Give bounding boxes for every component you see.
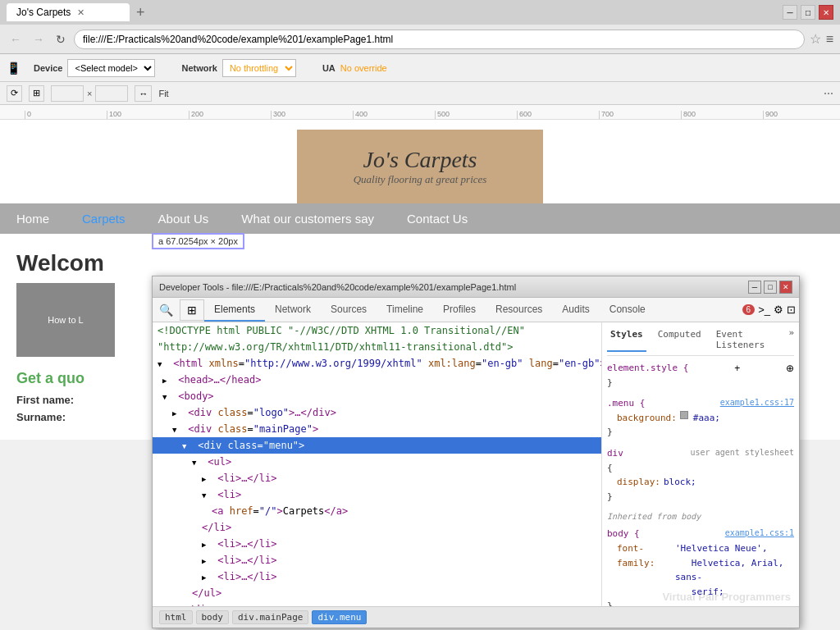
breadcrumb-menu[interactable]: div.menu [312, 610, 367, 624]
device-select[interactable]: <Select model> [67, 59, 155, 77]
ruler-mark-700: 700 [599, 111, 681, 119]
tab-title: Jo's Carpets [16, 7, 71, 18]
tab-sources[interactable]: Sources [321, 299, 377, 322]
breadcrumb-body[interactable]: body [196, 610, 230, 624]
window-maximize-icon[interactable]: □ [801, 5, 815, 20]
tab-timeline[interactable]: Timeline [377, 299, 433, 322]
html-line-div-close[interactable]: </div> [153, 601, 601, 606]
menu-style-close: } [607, 425, 794, 440]
menu-icon[interactable]: ≡ [826, 32, 833, 47]
html-line-li2[interactable]: <li> [153, 486, 601, 503]
html-line-doctype: <!DOCTYPE html PUBLIC "-//W3C//DTD XHTML… [153, 322, 601, 339]
html-line-menu[interactable]: <div class="menu"> [153, 437, 601, 454]
breadcrumb-bar: html body div.mainPage div.menu [153, 606, 799, 628]
zoom-icon[interactable]: ↔ [135, 85, 152, 102]
html-line-a[interactable]: <a href="/">Carpets</a> [153, 503, 601, 519]
html-panel: <!DOCTYPE html PUBLIC "-//W3C//DTD XHTML… [153, 322, 602, 606]
div-selector: div [607, 446, 623, 461]
throttle-select[interactable]: No throttling [222, 59, 296, 77]
surname-label: Surname: [16, 411, 66, 423]
element-style-close: } [607, 376, 794, 390]
devtools-settings-button[interactable]: ⚙ [774, 304, 783, 316]
html-line-logo[interactable]: <div class="logo">…</div> [153, 404, 601, 421]
menu-style-source[interactable]: example1.css:17 [720, 396, 794, 411]
devtools-snippet-button[interactable]: ⊞ [180, 299, 204, 321]
back-button[interactable]: ← [7, 31, 25, 48]
resize-icon[interactable]: ⊞ [29, 85, 44, 102]
tab-computed[interactable]: Computed [655, 327, 705, 352]
html-line-ul[interactable]: <ul> [153, 454, 601, 470]
rotate-icon[interactable]: ⟳ [7, 85, 22, 102]
nav-about[interactable]: About Us [142, 203, 226, 234]
nav-carpets[interactable]: Carpets [66, 203, 142, 234]
html-line-dtd: "http://www.w3.org/TR/xhtml11/DTD/xhtml1… [153, 339, 601, 355]
devtools-search-button[interactable]: 🔍 [153, 300, 180, 320]
html-line-li2-close[interactable]: </li> [153, 519, 601, 536]
html-line-li4[interactable]: <li>…</li> [153, 552, 601, 568]
nav-customers[interactable]: What our customers say [225, 203, 390, 234]
html-line-li3[interactable]: <li>…</li> [153, 536, 601, 552]
device-section: Device <Select model> [34, 59, 155, 77]
firstname-label: First name: [16, 394, 74, 406]
ruler-mark-400: 400 [353, 111, 435, 119]
ua-override: No override [340, 63, 387, 73]
site-logo: Jo's Carpets Quality flooring at great p… [297, 130, 543, 203]
styles-expand-icon[interactable]: » [788, 327, 794, 352]
tab-resources[interactable]: Resources [486, 299, 552, 322]
ruler: 0 100 200 300 400 500 600 700 800 900 [0, 105, 840, 120]
div-display-val: block; [664, 475, 696, 490]
browser-tab[interactable]: Jo's Carpets ✕ [7, 3, 130, 21]
window-minimize-icon[interactable]: ─ [783, 5, 797, 20]
html-line-li1[interactable]: <li>…</li> [153, 470, 601, 486]
tab-audits[interactable]: Audits [552, 299, 599, 322]
bookmark-icon[interactable]: ☆ [810, 31, 821, 47]
width-input[interactable]: 768 [51, 85, 84, 102]
devtools-title: Developer Tools - file:///E:/Practicals%… [159, 282, 746, 292]
html-line-html[interactable]: <html xmlns="http://www.w3.org/1999/xhtm… [153, 355, 601, 372]
breadcrumb-mainpage[interactable]: div.mainPage [232, 610, 308, 624]
html-line-head[interactable]: <head>…</head> [153, 372, 601, 388]
nav-tooltip: a 67.0254px × 20px [152, 233, 244, 249]
devtools-maximize-button[interactable]: □ [764, 281, 777, 294]
devtools-close-button[interactable]: ✕ [779, 281, 792, 294]
menu-style-block: .menu { example1.css:17 background: #aaa… [607, 396, 794, 440]
html-line-ul-close[interactable]: </ul> [153, 585, 601, 601]
site-nav: Home Carpets About Us What our customers… [0, 203, 840, 234]
html-line-li5[interactable]: <li>…</li> [153, 568, 601, 585]
devtools-main: <!DOCTYPE html PUBLIC "-//W3C//DTD XHTML… [153, 322, 799, 606]
styles-tab-bar: Styles Computed Event Listeners » [607, 327, 794, 356]
devtools-prompt-button[interactable]: >_ [758, 304, 770, 316]
reload-button[interactable]: ↻ [52, 31, 69, 48]
fit-label: Fit [158, 89, 168, 98]
html-line-mainpage[interactable]: <div class="mainPage"> [153, 421, 601, 437]
height-input[interactable]: 1024 [95, 85, 128, 102]
tab-profiles[interactable]: Profiles [433, 299, 486, 322]
new-tab-icon[interactable]: + [136, 4, 145, 21]
tab-event-listeners[interactable]: Event Listeners [713, 327, 781, 352]
tab-close-icon[interactable]: ✕ [77, 7, 84, 18]
devtools-minimize-button[interactable]: ─ [748, 281, 761, 294]
breadcrumb-html[interactable]: html [159, 610, 193, 624]
element-style-selector: element.style { [607, 361, 688, 376]
nav-contact[interactable]: Contact Us [390, 203, 484, 234]
tab-network[interactable]: Network [265, 299, 321, 322]
nav-home[interactable]: Home [0, 203, 66, 234]
html-line-body[interactable]: <body> [153, 388, 601, 404]
error-badge: 6 [742, 304, 756, 315]
menu-background-val: #aaa; [693, 411, 720, 426]
add-style-button[interactable]: + [734, 363, 740, 374]
tab-console[interactable]: Console [600, 299, 655, 322]
ruler-mark-0: 0 [25, 111, 107, 119]
forward-button[interactable]: → [30, 31, 48, 48]
tab-styles[interactable]: Styles [607, 327, 646, 352]
ua-label: UA [322, 63, 336, 73]
tab-elements[interactable]: Elements [204, 299, 265, 322]
devtools-toolbar: 📱 Device <Select model> Network No throt… [0, 54, 840, 82]
more-settings[interactable]: ⋯ [824, 88, 833, 99]
body-selector: body { [607, 527, 640, 541]
body-source[interactable]: example1.css:1 [725, 527, 794, 541]
address-bar[interactable]: file:///E:/Practicals%20and%20code/examp… [74, 30, 805, 49]
window-close-icon[interactable]: ✕ [819, 5, 833, 20]
devtools-dock-button[interactable]: ⊡ [787, 304, 796, 316]
inherit-style-button[interactable]: ⊕ [786, 363, 794, 374]
